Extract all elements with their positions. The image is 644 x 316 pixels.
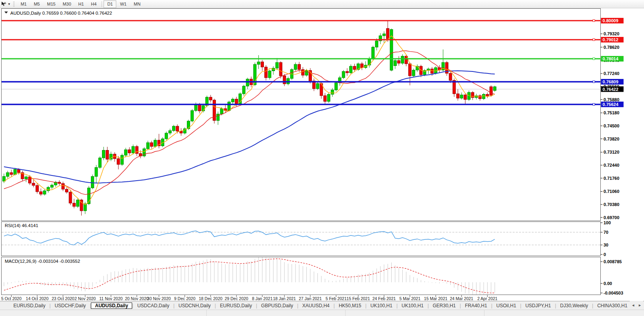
toolbar-grip[interactable] bbox=[13, 2, 15, 7]
candle bbox=[110, 154, 112, 159]
candle bbox=[25, 177, 27, 179]
rsi-tick-label: 0 bbox=[604, 252, 606, 257]
timeframe-button-h1[interactable]: H1 bbox=[75, 0, 87, 8]
timeframe-button-w1[interactable]: W1 bbox=[116, 0, 130, 8]
candle bbox=[483, 94, 485, 99]
candle bbox=[479, 96, 481, 99]
date-label: 14 Oct 2020 bbox=[26, 296, 48, 301]
candle bbox=[398, 60, 400, 63]
candle bbox=[268, 71, 271, 77]
chart-tab-gbpusd-daily[interactable]: GBPUSD,Daily bbox=[257, 303, 297, 309]
crosshair-cursor-icon[interactable] bbox=[0, 1, 7, 7]
candle bbox=[169, 131, 171, 133]
current-price-badge-label: 0.76422 bbox=[603, 87, 619, 92]
candle bbox=[331, 90, 334, 94]
rsi-tick-label: 70 bbox=[604, 230, 608, 235]
candle bbox=[449, 73, 452, 81]
chart-tab-uk100-h1[interactable]: UK100,H1 bbox=[367, 303, 396, 309]
candle bbox=[257, 62, 260, 64]
timeframe-button-d1[interactable]: D1 bbox=[104, 0, 116, 8]
candle bbox=[91, 176, 94, 188]
candle bbox=[261, 62, 264, 67]
date-label: 23 Oct 2020 bbox=[52, 296, 74, 301]
chart-tab-usoil-h1[interactable]: USOil,H1 bbox=[492, 303, 520, 309]
cursor-dropdown-icon[interactable]: ▼ bbox=[8, 2, 11, 6]
candle bbox=[128, 150, 131, 153]
price-tick-label: 0.79320 bbox=[604, 31, 619, 36]
date-label: 5 Feb 2021 bbox=[325, 296, 346, 301]
candle bbox=[294, 64, 297, 69]
level-handle[interactable] bbox=[593, 58, 595, 60]
macd-tick-label: 0.00 bbox=[604, 281, 612, 286]
candle bbox=[246, 79, 249, 86]
rsi-panel[interactable] bbox=[2, 222, 601, 256]
macd-label: MACD(12,26,9) -0.003104 -0.003552 bbox=[5, 259, 80, 264]
candle bbox=[117, 159, 120, 164]
timeframe-button-h4[interactable]: H4 bbox=[87, 0, 100, 8]
chart-tab-fra40-h1[interactable]: FRA40,H1 bbox=[461, 303, 491, 309]
chart-tab-ger30-h1[interactable]: GER30,H1 bbox=[429, 303, 460, 309]
candle bbox=[375, 41, 378, 47]
chart-tab-eurusd-daily[interactable]: EURUSD,Daily bbox=[216, 303, 256, 309]
chart-window: 0.793200.786200.779400.772400.765600.758… bbox=[0, 0, 644, 301]
timeframe-button-m30[interactable]: M30 bbox=[59, 0, 75, 8]
chart-tab-eurusd-daily[interactable]: EURUSD,Daily bbox=[10, 303, 50, 309]
date-label: 9 Dec 2020 bbox=[174, 296, 196, 301]
candle bbox=[464, 95, 467, 100]
candle bbox=[409, 64, 411, 76]
tab-scroll-arrows: ◄ ► bbox=[630, 301, 643, 309]
candle bbox=[346, 71, 348, 73]
candle bbox=[154, 140, 157, 146]
price-tick-label: 0.75880 bbox=[604, 97, 619, 102]
chart-tab-usdcad-daily[interactable]: USDCAD,Daily bbox=[133, 303, 173, 309]
candle bbox=[324, 96, 327, 101]
candle bbox=[272, 68, 275, 71]
level-handle[interactable] bbox=[593, 103, 595, 105]
timeframe-button-m5[interactable]: M5 bbox=[30, 0, 43, 8]
candle bbox=[98, 158, 101, 168]
candle bbox=[394, 60, 396, 66]
candle bbox=[217, 114, 219, 120]
chart-tab-usdchf-daily[interactable]: USDCHF,Daily bbox=[51, 303, 90, 309]
level-handle[interactable] bbox=[593, 20, 595, 22]
chart-tab-china300-h1[interactable]: CHINA300,H1 bbox=[593, 303, 631, 309]
chart-tab-hk50-m15[interactable]: HK50,M15 bbox=[335, 303, 365, 309]
status-strip bbox=[0, 310, 644, 316]
chart-tab-usdcnh-daily[interactable]: USDCNH,Daily bbox=[175, 303, 215, 309]
candle bbox=[73, 203, 75, 206]
tab-scroll-right-icon[interactable]: ► bbox=[636, 303, 643, 307]
main-chart-panel[interactable] bbox=[2, 9, 601, 221]
timeframe-button-m15[interactable]: M15 bbox=[43, 0, 59, 8]
candle bbox=[132, 146, 135, 153]
macd-tick-label: 0.008785 bbox=[604, 259, 622, 264]
price-level-badge-label: 0.79012 bbox=[603, 37, 619, 42]
chart-tab-dj30-weekly[interactable]: DJ30,Weekly bbox=[556, 303, 592, 309]
candle bbox=[471, 92, 474, 98]
rsi-tick-label: 100 bbox=[604, 220, 611, 225]
candle bbox=[165, 133, 168, 139]
date-label: 11 Nov 2020 bbox=[99, 296, 123, 301]
candle bbox=[372, 47, 375, 59]
candle bbox=[6, 173, 9, 177]
candle bbox=[47, 187, 50, 191]
date-label: 8 Jan 2021 bbox=[252, 296, 273, 301]
chart-tab-xauusd-h4[interactable]: XAUUSD,H4 bbox=[298, 303, 334, 309]
tab-scroll-left-icon[interactable]: ◄ bbox=[630, 303, 636, 307]
chart-tab-usdjpy-h1[interactable]: USDJPY,H1 bbox=[521, 303, 555, 309]
price-tick-label: 0.77240 bbox=[604, 71, 619, 76]
level-handle[interactable] bbox=[593, 39, 595, 40]
level-handle[interactable] bbox=[593, 81, 595, 83]
chart-tab-uk100-h1[interactable]: UK100,H1 bbox=[398, 303, 427, 309]
candle bbox=[401, 56, 404, 63]
macd-tick-label: -0.004503 bbox=[604, 291, 623, 295]
candle bbox=[40, 192, 42, 194]
timeframe-button-mn[interactable]: MN bbox=[130, 0, 144, 8]
chart-tab-audusd-daily[interactable]: AUDUSD,Daily bbox=[91, 303, 132, 309]
candle bbox=[493, 87, 496, 91]
candle bbox=[13, 170, 16, 175]
timeframe-button-m1[interactable]: M1 bbox=[17, 0, 30, 8]
date-label: 2 Apr 2021 bbox=[477, 296, 498, 301]
date-label: 5 Oct 2020 bbox=[1, 296, 22, 301]
candle bbox=[486, 94, 489, 96]
candle bbox=[121, 155, 123, 164]
